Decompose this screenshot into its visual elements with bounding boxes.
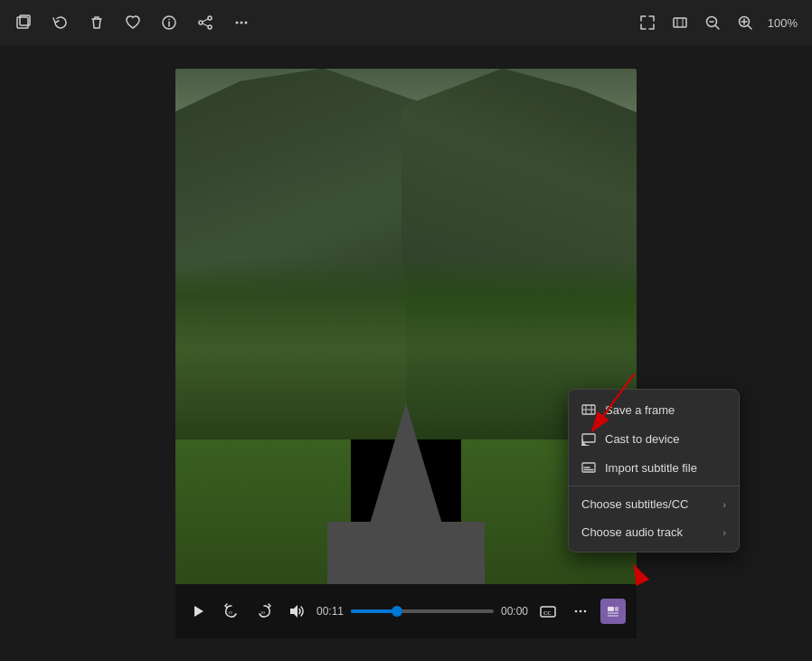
remaining-time: 00:00 [501,605,528,618]
context-menu: Save a frame Cast to device [568,389,740,552]
menu-label-cast: Cast to device [605,432,679,446]
volume-button[interactable] [284,599,309,624]
rotate-icon[interactable] [51,13,71,33]
menu-item-choose-subtitles[interactable]: Choose subtitles/CC › [569,490,739,518]
main-area: 10 30 00:11 [0,45,812,661]
svg-line-8 [203,19,208,22]
svg-point-5 [208,16,212,20]
video-controls: 10 30 00:11 [175,584,637,638]
svg-line-18 [715,26,719,30]
svg-point-30 [580,609,582,612]
svg-text:30: 30 [260,610,266,615]
svg-rect-0 [17,17,28,28]
heart-icon[interactable] [123,13,143,33]
svg-point-11 [241,22,243,24]
svg-marker-23 [194,606,203,617]
svg-point-31 [584,609,587,612]
svg-rect-13 [674,18,686,27]
info-icon[interactable] [159,13,179,33]
expand-icon[interactable] [637,13,657,33]
delete-icon[interactable] [87,13,107,33]
svg-rect-32 [608,607,614,611]
more-options-button[interactable] [568,599,593,624]
more-icon[interactable] [231,13,251,33]
menu-divider [569,486,739,486]
playlist-button[interactable] [600,599,626,624]
svg-point-7 [208,25,212,29]
svg-point-29 [575,609,578,612]
forward-30-button[interactable]: 30 [251,599,277,624]
zoom-out-icon[interactable] [703,13,722,33]
svg-point-6 [199,21,203,24]
progress-thumb[interactable] [392,606,402,617]
menu-label-choose-audio: Choose audio track [581,525,683,539]
top-toolbar: 100% [0,0,812,45]
zoom-level: 100% [768,16,798,30]
submenu-arrow-audio: › [722,527,726,538]
toolbar-left [14,13,251,33]
progress-fill [351,609,397,613]
cc-button[interactable]: CC [535,599,561,624]
svg-point-12 [245,22,248,24]
svg-line-9 [203,24,208,26]
menu-item-choose-audio[interactable]: Choose audio track › [569,518,739,546]
share-icon[interactable] [195,13,215,33]
zoom-in-icon[interactable] [735,13,755,33]
toolbar-right: 100% [637,13,798,33]
rewind-10-button[interactable]: 10 [219,599,244,624]
video-player[interactable]: 10 30 00:11 [175,69,637,638]
svg-point-4 [168,19,170,21]
menu-item-subtitle[interactable]: Import subtitle file [569,453,739,482]
fit-icon[interactable] [670,13,690,33]
progress-bar[interactable] [351,609,494,613]
current-time: 00:11 [316,605,344,618]
svg-rect-33 [615,607,618,611]
menu-label-save-frame: Save a frame [605,403,675,417]
submenu-arrow-subtitles: › [722,499,726,510]
svg-text:10: 10 [228,610,233,615]
svg-rect-40 [582,434,595,442]
menu-item-save-frame[interactable]: Save a frame [569,395,739,424]
svg-point-10 [236,22,239,24]
menu-item-cast[interactable]: Cast to device [569,424,739,453]
svg-marker-26 [290,605,297,618]
svg-line-22 [748,26,751,30]
subtitle-icon [581,460,596,475]
save-copy-icon[interactable] [14,13,34,33]
cast-icon [581,431,596,446]
play-button[interactable] [186,599,212,624]
save-frame-icon [581,402,596,417]
menu-label-choose-subtitles: Choose subtitles/CC [581,497,689,511]
svg-text:CC: CC [543,610,552,616]
menu-label-subtitle: Import subtitle file [605,461,697,475]
